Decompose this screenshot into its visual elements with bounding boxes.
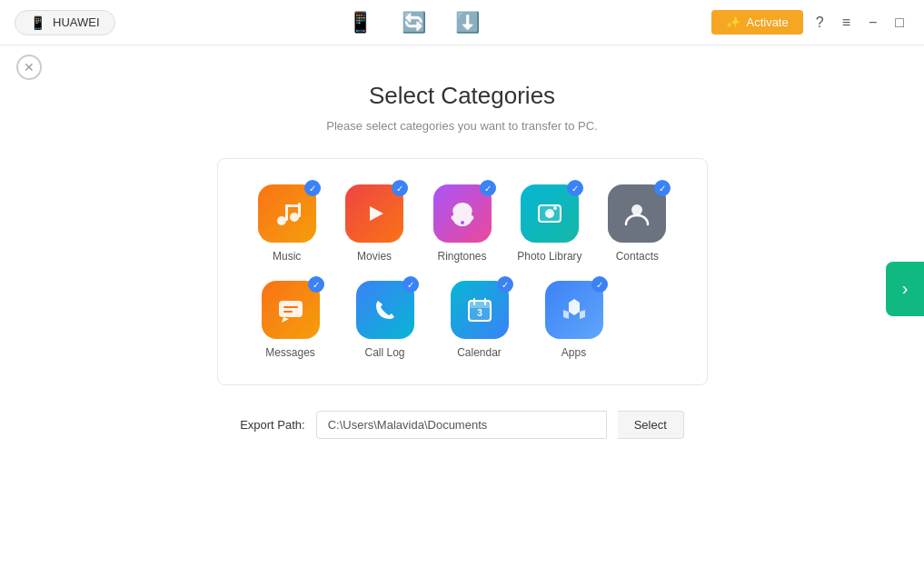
messages-svg [274,293,307,326]
music-svg [271,197,303,230]
calendar-svg: 3 [463,293,496,326]
svg-rect-15 [283,311,293,313]
checkmark-ringtones: ✓ [480,180,496,196]
maximize-button[interactable]: □ [889,11,909,35]
checkmark-calendar: ✓ [497,276,513,293]
minimize-button[interactable]: − [863,11,882,35]
svg-marker-5 [370,206,383,221]
category-item-apps[interactable]: ✓ Apps [538,281,611,359]
category-row-2: ✓ Messages ✓ Call Log [254,281,671,359]
next-icon: › [902,278,909,299]
category-icon-messages: ✓ [262,281,320,339]
category-label-calendar: Calendar [457,346,502,359]
category-item-movies[interactable]: ✓ Movies [342,184,407,263]
category-icon-calllog: ✓ [356,281,414,339]
page-title: Select Categories [369,82,555,110]
category-item-calendar[interactable]: 3 ✓ Calendar [443,281,516,359]
activate-icon: ✨ [726,15,740,29]
device-icon: 📱 [30,15,45,30]
movies-svg [358,197,391,230]
phone-icon[interactable]: 📱 [348,11,373,35]
download-icon[interactable]: ⬇️ [455,11,480,35]
svg-point-1 [290,213,299,222]
device-name: HUAWEI [53,15,100,29]
category-icon-apps: ✓ [545,281,603,339]
category-icon-calendar: 3 ✓ [451,281,509,339]
checkmark-messages: ✓ [308,276,324,293]
category-label-contacts: Contacts [616,250,659,263]
titlebar-center: 📱 🔄 ⬇️ [348,11,480,35]
category-icon-movies: ✓ [345,184,403,243]
svg-text:3: 3 [477,308,482,318]
checkmark-contacts: ✓ [654,180,671,196]
activate-button[interactable]: ✨ Activate [711,10,802,35]
close-button[interactable]: ✕ [16,55,42,80]
svg-rect-14 [283,306,298,308]
help-button[interactable]: ? [810,11,830,35]
svg-rect-12 [279,301,303,317]
svg-point-0 [277,216,286,225]
refresh-icon[interactable]: 🔄 [402,11,426,35]
category-row-1: ✓ Music ✓ Movies [254,184,671,263]
svg-point-10 [553,206,557,210]
category-icon-contacts: ✓ [608,184,666,243]
export-label: Export Path: [240,418,305,432]
main-content: Select Categories Please select categori… [0,45,924,439]
svg-point-9 [545,209,554,218]
category-item-ringtones[interactable]: ✓ Ringtones [429,184,494,263]
photo-svg [533,197,566,230]
export-area: Export Path: Select [240,411,684,439]
category-icon-ringtones: ✓ [433,184,492,243]
contacts-svg [621,197,653,230]
export-select-button[interactable]: Select [618,411,684,439]
checkmark-music: ✓ [304,180,321,196]
category-item-messages[interactable]: ✓ Messages [254,281,327,359]
category-label-music: Music [273,250,301,263]
svg-point-11 [631,204,642,215]
activate-label: Activate [746,15,788,29]
ringtones-svg [446,197,479,230]
category-icon-music: ✓ [258,184,316,243]
category-label-movies: Movies [357,250,392,263]
category-label-photo: Photo Library [517,250,581,263]
category-label-apps: Apps [561,346,586,359]
category-box: ✓ Music ✓ Movies [217,158,708,385]
titlebar: 📱 HUAWEI 📱 🔄 ⬇️ ✨ Activate ? ≡ − □ [0,0,924,45]
checkmark-movies: ✓ [392,180,408,196]
checkmark-photo: ✓ [567,180,583,196]
category-item-music[interactable]: ✓ Music [254,184,320,263]
page-subtitle: Please select categories you want to tra… [326,119,597,133]
category-item-photo[interactable]: ✓ Photo Library [517,184,582,263]
checkmark-calllog: ✓ [402,276,419,293]
checkmark-apps: ✓ [591,276,608,293]
category-icon-photo: ✓ [521,184,579,243]
calllog-svg [369,293,402,326]
svg-marker-13 [282,317,289,323]
category-label-ringtones: Ringtones [437,250,486,263]
category-label-messages: Messages [265,346,315,359]
menu-button[interactable]: ≡ [837,11,856,35]
category-item-contacts[interactable]: ✓ Contacts [604,184,670,263]
export-path-input[interactable] [316,411,607,439]
svg-rect-18 [469,301,491,308]
apps-svg [558,293,591,326]
device-pill[interactable]: 📱 HUAWEI [15,10,115,35]
svg-point-6 [461,221,464,224]
titlebar-right: ✨ Activate ? ≡ − □ [711,10,909,35]
close-area: ✕ [16,55,42,80]
next-button[interactable]: › [886,262,924,316]
category-label-calllog: Call Log [364,346,404,359]
category-item-calllog[interactable]: ✓ Call Log [349,281,422,359]
svg-rect-4 [285,204,301,207]
